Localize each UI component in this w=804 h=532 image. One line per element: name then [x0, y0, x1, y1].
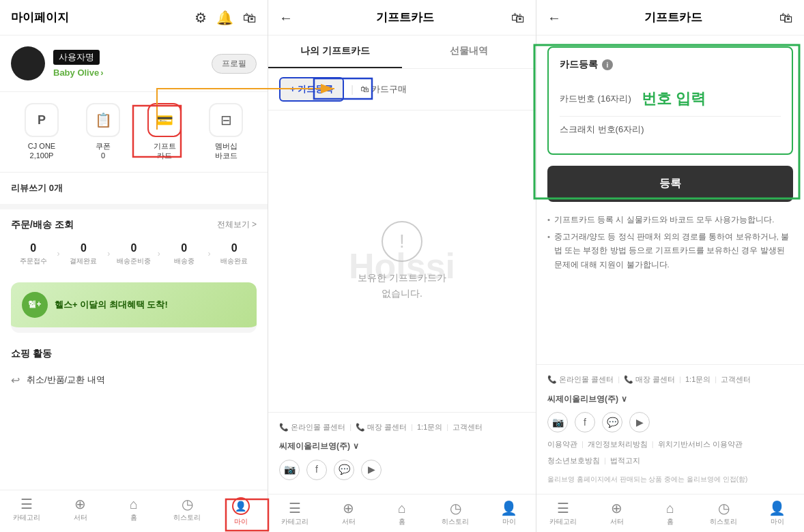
menu-item-cjone[interactable]: P CJ ONE2,100P [11, 103, 72, 161]
setter-icon: ⊕ [74, 497, 86, 511]
footer-link-1to1[interactable]: 1:1문의 [417, 421, 442, 434]
view-all-link[interactable]: 전체보기 > [217, 219, 257, 231]
p3-instagram-icon[interactable]: 📷 [547, 412, 568, 432]
empty-text: 보유한 기프트카드가 없습니다. [358, 270, 446, 301]
profile-section: 사용자명 Baby Olive › 프로필 [0, 35, 268, 92]
bell-icon[interactable]: 🔔 [216, 11, 233, 25]
p3-youth-link[interactable]: 청소년보호방침 [547, 454, 600, 468]
gift-actions-row: + 카드등록 | 🛍 카드구매 [268, 69, 536, 110]
footer-company[interactable]: 씨제이올리브영(주) ∨ [279, 439, 525, 454]
baby-olive-label[interactable]: Baby Olive › [53, 68, 104, 78]
home-label: 홈 [130, 513, 137, 522]
settings-icon[interactable]: ⚙ [195, 11, 207, 25]
panel3-bag-icon[interactable]: 🛍 [779, 11, 793, 25]
nav-home[interactable]: ⌂ 홈 [107, 494, 160, 529]
panel2-nav-home[interactable]: ⌂ 홈 [375, 499, 429, 529]
coupon-label: 쿠폰0 [96, 141, 111, 161]
info-badge[interactable]: i [602, 59, 613, 70]
scratch-input[interactable] [651, 125, 781, 135]
panel3-nav-setter[interactable]: ⊕ 서터 [590, 499, 643, 529]
bag-icon[interactable]: 🛍 [243, 11, 257, 25]
nav-category[interactable]: ☰ 카테고리 [0, 494, 53, 529]
footer-link-cs[interactable]: 고객센터 [453, 421, 483, 434]
footer-link-store[interactable]: 📞 매장 콜센터 [356, 421, 407, 434]
panel2-nav-category[interactable]: ☰ 카테고리 [268, 499, 321, 529]
panel2-nav-history[interactable]: ◷ 히스토리 [429, 499, 482, 529]
p3-footer-link-store[interactable]: 📞 매장 콜센터 [624, 373, 675, 387]
nav-history[interactable]: ◷ 히스토리 [160, 494, 214, 529]
footer-link-phone[interactable]: 📞 온라인몰 콜센터 [279, 421, 345, 434]
panel2-bottom-nav: ☰ 카테고리 ⊕ 서터 ⌂ 홈 ◷ 히스토리 👤 마이 [268, 494, 536, 532]
membership-icon: ⊟ [220, 112, 232, 128]
returns-icon: ↩ [11, 374, 20, 387]
nav-setter[interactable]: ⊕ 서터 [53, 494, 106, 529]
p3-location-link[interactable]: 위치기반서비스 이용약관 [658, 438, 743, 452]
card-number-placeholder: 번호 입력 [642, 89, 781, 109]
profile-button[interactable]: 프로필 [212, 54, 257, 74]
shopping-item-returns[interactable]: ↩ 취소/반품/교환 내역 [11, 368, 257, 392]
shopping-title: 쇼핑 활동 [11, 348, 257, 360]
p3-home-label: 홈 [667, 517, 674, 527]
giftcard-icon: 💳 [156, 112, 173, 128]
p3-privacy-link[interactable]: 개인정보처리방침 [588, 438, 648, 452]
gift-tabs: 나의 기프트카드 선물내역 [268, 35, 536, 69]
menu-item-coupon[interactable]: 📋 쿠폰0 [72, 103, 134, 161]
p3-my-label: 마이 [771, 517, 784, 527]
panel3-nav-category[interactable]: ☰ 카테고리 [536, 499, 590, 529]
panel3-nav-history[interactable]: ◷ 히스토리 [697, 499, 750, 529]
p3-facebook-icon[interactable]: f [575, 412, 595, 432]
empty-state: ! 보유한 기프트카드가 없습니다. [268, 110, 536, 412]
panel2-back-icon[interactable]: ← [279, 11, 293, 25]
p3-youtube-icon[interactable]: ▶ [629, 412, 650, 432]
review-count: 0개 [49, 183, 63, 193]
membership-label: 멤버십바코드 [215, 141, 238, 161]
p3-home-icon: ⌂ [666, 501, 674, 515]
panel-giftcard: ← 기프트카드 🛍 나의 기프트카드 선물내역 + 카드등록 | 🛍 카드구매 … [268, 0, 536, 532]
p3-footer-link-cs[interactable]: 고객센터 [721, 373, 751, 387]
giftcard-label: 기프트카드 [154, 141, 176, 161]
register-button[interactable]: 등록 [547, 166, 793, 202]
p2-my-icon: 👤 [500, 501, 517, 515]
notice-2: 중고거래/양도 등 정식 판매처 외의 경로를 통하여 보유하거나, 불법 또는… [547, 230, 793, 272]
p3-my-icon: 👤 [769, 501, 786, 515]
panel-card-reg: ← 기프트카드 🛍 카드등록 i 카드번호 (16자리) 번호 입력 스크래치 … [536, 0, 804, 532]
returns-label: 취소/반품/교환 내역 [27, 374, 105, 386]
p2-setter-icon: ⊕ [343, 501, 354, 515]
kakao-icon[interactable]: 💬 [334, 460, 354, 480]
history-label: 히스토리 [173, 513, 201, 522]
p3-footer-link-phone[interactable]: 📞 온라인몰 콜센터 [547, 373, 614, 387]
facebook-icon[interactable]: f [306, 460, 327, 480]
gift-register-button[interactable]: + 카드등록 [279, 77, 344, 102]
instagram-icon[interactable]: 📷 [279, 460, 300, 480]
panel3-back-icon[interactable]: ← [547, 11, 561, 25]
p2-history-icon: ◷ [450, 501, 461, 515]
tab-my-giftcard[interactable]: 나의 기프트카드 [268, 35, 402, 68]
panel3-nav-my[interactable]: 👤 마이 [751, 499, 804, 529]
p3-kakao-icon[interactable]: 💬 [602, 412, 622, 432]
menu-item-membership[interactable]: ⊟ 멤버십바코드 [195, 103, 257, 161]
panel2-bag-icon[interactable]: 🛍 [511, 11, 525, 25]
panel2-nav-setter[interactable]: ⊕ 서터 [321, 499, 375, 529]
p2-history-label: 히스토리 [442, 517, 469, 527]
p3-terms-link[interactable]: 이용약관 [547, 438, 577, 452]
p3-footer-link-1to1[interactable]: 1:1문의 [685, 373, 710, 387]
order-stat-shipping: 0 배송중 [162, 242, 207, 266]
youtube-icon[interactable]: ▶ [361, 460, 382, 480]
nav-my[interactable]: 👤 마이 [214, 494, 268, 529]
panel3-footer-company[interactable]: 씨제이올리브영(주) ∨ [547, 392, 793, 407]
panel3-bottom-nav: ☰ 카테고리 ⊕ 서터 ⌂ 홈 ◷ 히스토리 👤 마이 [536, 494, 804, 532]
p3-legal-link[interactable]: 법적고지 [610, 454, 640, 468]
gift-buy-button[interactable]: 🛍 카드구매 [360, 83, 407, 95]
panel2-nav-my[interactable]: 👤 마이 [483, 499, 536, 529]
p3-category-label: 카테고리 [549, 517, 577, 527]
health-banner[interactable]: 헬+ 헬스+ 이달의 최대혜택 도착! [11, 282, 257, 333]
panel2-topnav: ← 기프트카드 🛍 [268, 0, 536, 35]
menu-item-giftcard[interactable]: 💳 기프트카드 [134, 103, 195, 161]
order-stat-received: 0 주문접수 [11, 242, 56, 266]
notice-box: 기프트카드 등록 시 실물카드와 바코드 모두 사용가능합니다. 중고거래/양도… [547, 213, 793, 272]
category-icon: ☰ [20, 497, 33, 511]
p3-social-icons: 📷 f 💬 ▶ [547, 412, 793, 432]
p2-home-icon: ⌂ [398, 501, 406, 515]
tab-gift-history[interactable]: 선물내역 [402, 35, 536, 68]
panel3-nav-home[interactable]: ⌂ 홈 [644, 499, 697, 529]
